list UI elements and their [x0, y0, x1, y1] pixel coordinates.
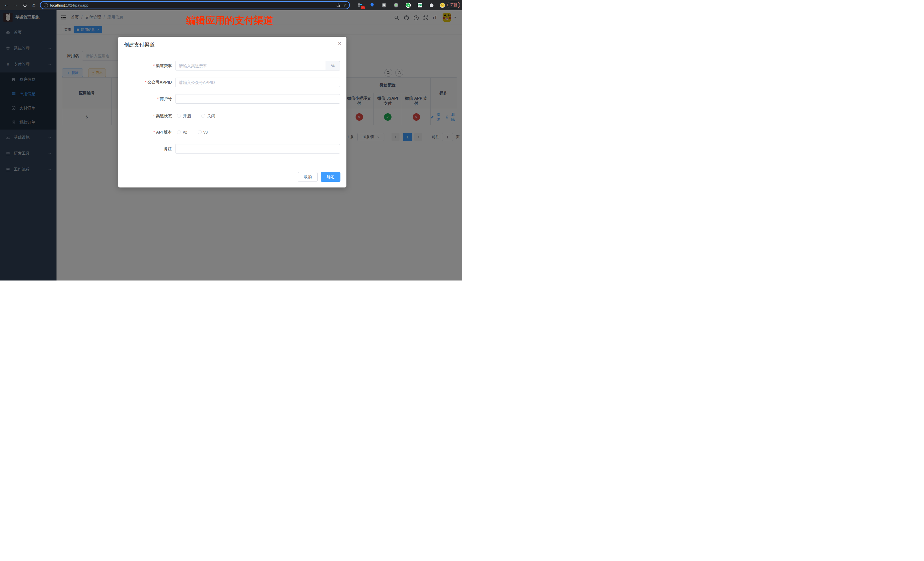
bookmark-star-icon[interactable]: ☆ — [343, 3, 347, 8]
extension-oval-icon[interactable] — [393, 2, 399, 8]
status-off-radio[interactable] — [201, 114, 205, 118]
browser-reload-icon[interactable] — [22, 2, 28, 8]
cancel-button[interactable]: 取消 — [298, 172, 318, 182]
extensions-puzzle-icon[interactable] — [429, 2, 434, 8]
field-rate: 渠道费率 % — [118, 61, 346, 70]
extension-command-icon[interactable]: ⌘ — [381, 2, 387, 8]
screen: ← → ⌂ i localhost:1024/pay/app ☆ 10 ⌘ — [0, 0, 462, 280]
browser-home-icon[interactable]: ⌂ — [31, 2, 37, 8]
share-icon[interactable] — [336, 3, 340, 8]
url-path: :1024/pay/app — [65, 3, 88, 8]
extension-tabs-icon[interactable]: 10 — [357, 2, 363, 8]
site-info-icon[interactable]: i — [44, 3, 48, 8]
remark-input[interactable] — [175, 144, 340, 153]
extension-balloon-icon[interactable] — [369, 2, 375, 8]
status-on-radio[interactable] — [177, 114, 181, 118]
appid-label: 公众号APPID — [126, 78, 172, 87]
svg-text:y: y — [407, 4, 409, 7]
field-appid: 公众号APPID — [118, 78, 346, 87]
create-channel-dialog: 创建支付渠道 × 渠道费率 % 公众号APPID 商户号 渠道状态 开启 关闭 — [118, 37, 346, 188]
confirm-button[interactable]: 确定 — [321, 172, 340, 182]
extension-badge: 10 — [361, 6, 365, 9]
api-v3-radio[interactable] — [198, 130, 202, 134]
browser-toolbar: ← → ⌂ i localhost:1024/pay/app ☆ 10 ⌘ — [0, 0, 462, 10]
mchid-input[interactable] — [175, 94, 340, 104]
status-on-label[interactable]: 开启 — [183, 111, 191, 121]
browser-forward-icon[interactable]: → — [12, 2, 19, 8]
mchid-label: 商户号 — [126, 94, 172, 104]
rate-label: 渠道费率 — [126, 61, 172, 70]
field-mchid: 商户号 — [118, 94, 346, 104]
browser-back-icon[interactable]: ← — [3, 2, 10, 8]
browser-update-button[interactable]: 更新 — [447, 2, 460, 8]
rate-suffix: % — [326, 61, 340, 70]
appid-input[interactable] — [175, 78, 340, 87]
close-icon[interactable]: × — [338, 40, 341, 47]
browser-menu-icon[interactable]: ⋮ — [461, 2, 462, 8]
api-v2-label[interactable]: v2 — [183, 128, 187, 137]
api-v2-radio[interactable] — [177, 130, 181, 134]
status-off-label[interactable]: 关闭 — [207, 111, 215, 121]
status-label: 渠道状态 — [126, 111, 172, 121]
profile-emoji-icon[interactable] — [440, 2, 445, 8]
svg-text:⌘: ⌘ — [383, 4, 386, 7]
extension-y-icon[interactable]: y — [405, 2, 411, 8]
rate-input[interactable] — [175, 61, 340, 70]
address-bar[interactable]: i localhost:1024/pay/app ☆ — [40, 1, 350, 9]
annotation-text: 编辑应用的支付渠道 — [186, 14, 273, 27]
url-host: localhost — [50, 3, 65, 8]
remark-label: 备注 — [126, 144, 172, 153]
field-api: API 版本 v2 v3 — [118, 128, 346, 137]
field-status: 渠道状态 开启 关闭 — [118, 111, 346, 121]
field-remark: 备注 — [118, 144, 346, 153]
dialog-title: 创建支付渠道 — [124, 41, 154, 48]
api-label: API 版本 — [126, 128, 172, 137]
extension-chat-icon[interactable] — [417, 2, 423, 8]
api-v3-label[interactable]: v3 — [204, 128, 208, 137]
